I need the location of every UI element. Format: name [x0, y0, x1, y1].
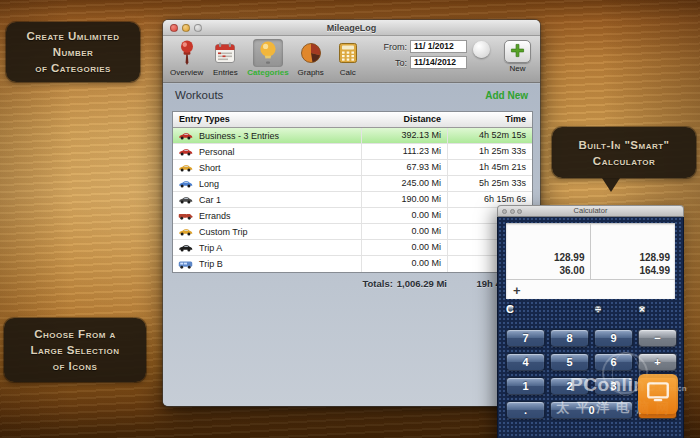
yellow-car-icon — [178, 227, 193, 236]
date-stepper-dial[interactable] — [473, 41, 490, 58]
calculator-body: 128.9936.00 128.99164.99 + C÷×789−456+12… — [497, 217, 684, 438]
calculator-keypad: C÷×789−456+123=.0 — [506, 305, 677, 419]
calc-button-equals[interactable]: = — [638, 377, 677, 419]
table-row[interactable]: Long245.00 Mi5h 25m 33s — [173, 176, 532, 192]
entry-type-cell: Personal — [173, 144, 361, 159]
callout-line: Number — [6, 44, 140, 60]
calc-button-9[interactable]: 9 — [594, 329, 633, 347]
to-date-field[interactable]: 11/14/2012 — [410, 56, 467, 69]
entry-distance: 0.00 Mi — [361, 224, 447, 239]
entry-type-label: Errands — [199, 211, 231, 221]
table-row[interactable]: Personal111.23 Mi1h 25m 33s — [173, 144, 532, 160]
yellow-car-icon — [178, 163, 193, 172]
window-content: Workouts Add New Entry Types Distance Ti… — [163, 84, 540, 406]
calc-button-6[interactable]: 6 — [594, 353, 633, 371]
entry-type-label: Short — [199, 163, 221, 173]
operator-indicator: + — [513, 283, 521, 298]
entry-type-cell: Trip A — [173, 240, 361, 255]
entry-type-cell: Short — [173, 160, 361, 175]
zoom-button[interactable] — [517, 209, 522, 214]
from-date-field[interactable]: 11/ 1/2012 — [410, 40, 467, 53]
toolbar-item-label: Overview — [170, 68, 203, 77]
calc-button-0[interactable]: 0 — [550, 401, 633, 419]
plus-icon — [510, 43, 525, 61]
calc-button-7[interactable]: 7 — [506, 329, 545, 347]
entry-type-label: Car 1 — [199, 195, 221, 205]
callout-line: Built-In "Smart" — [552, 137, 696, 153]
toolbar-item-overview[interactable]: Overview — [168, 38, 205, 78]
toolbar-item-label: Calc — [340, 68, 356, 77]
pushpin-icon — [172, 39, 202, 67]
entry-type-cell: Custom Trip — [173, 224, 361, 239]
callout-create-categories: Create Umlimited Number of Categories — [6, 22, 140, 82]
display-numbers: 128.9936.00 128.99164.99 — [506, 223, 675, 280]
toolbar-item-label: Entries — [213, 68, 238, 77]
new-button[interactable] — [504, 40, 531, 63]
calc-button-4[interactable]: 4 — [506, 353, 545, 371]
close-button[interactable] — [502, 209, 507, 214]
calc-button-clear[interactable]: C — [506, 305, 514, 313]
table-row[interactable]: Errands0.00 Mi — [173, 208, 532, 224]
table-row[interactable]: Trip A0.00 Mi — [173, 240, 532, 256]
new-entry: New — [504, 40, 531, 73]
callout-icon-selection: Choose From a Large Selection of Icons — [4, 318, 146, 382]
desktop: Create Umlimited Number of Categories Bu… — [0, 0, 700, 438]
entry-type-cell: Errands — [173, 208, 361, 223]
calc-button-8[interactable]: 8 — [550, 329, 589, 347]
calculator-display: 128.9936.00 128.99164.99 + — [506, 223, 675, 299]
column-header-distance[interactable]: Distance — [361, 112, 447, 127]
to-date-row: To: 11/14/2012 — [395, 56, 467, 69]
calculator-icon — [333, 39, 363, 67]
new-button-label: New — [504, 64, 531, 73]
callout-line: Create Umlimited — [6, 28, 140, 44]
mileagelog-window: MileageLog OverviewEntriesCategoriesGrap… — [163, 20, 540, 406]
toolbar-item-entries[interactable]: Entries — [208, 38, 242, 78]
column-header-entry-types[interactable]: Entry Types — [173, 112, 361, 127]
pie-chart-icon — [296, 39, 326, 67]
toolbar-item-graphs[interactable]: Graphs — [294, 38, 328, 78]
table-row[interactable]: Business - 3 Entries392.13 Mi4h 52m 15s — [173, 128, 532, 144]
entry-type-label: Personal — [199, 147, 235, 157]
entry-type-label: Trip A — [199, 243, 222, 253]
calc-button-add[interactable]: + — [638, 353, 677, 371]
table-row[interactable]: Trip B0.00 Mi — [173, 256, 532, 272]
entry-distance: 67.93 Mi — [361, 160, 447, 175]
entry-time: 1h 25m 33s — [447, 144, 532, 159]
red-car-icon — [178, 131, 193, 140]
table-body: Business - 3 Entries392.13 Mi4h 52m 15sP… — [173, 128, 532, 272]
entry-distance: 190.00 Mi — [361, 192, 447, 207]
column-header-time[interactable]: Time — [447, 112, 532, 127]
red-car-icon — [178, 147, 193, 156]
page-title: Workouts — [175, 89, 223, 101]
calc-button-decimal[interactable]: . — [506, 401, 545, 419]
entry-type-cell: Business - 3 Entries — [173, 128, 361, 143]
entry-distance: 245.00 Mi — [361, 176, 447, 191]
minimize-button[interactable] — [510, 209, 515, 214]
display-value: 36.00 — [559, 264, 584, 277]
calc-button-multiply[interactable]: × — [638, 305, 646, 313]
table-row[interactable]: Custom Trip0.00 Mi — [173, 224, 532, 240]
toolbar-right: From: 11/ 1/2012 To: 11/14/2012 New — [360, 36, 540, 83]
calc-button-subtract[interactable]: − — [638, 329, 677, 347]
callout-line: of Categories — [6, 60, 140, 76]
calculator-title: Calculator — [498, 206, 683, 216]
zoom-button[interactable] — [194, 24, 202, 32]
entry-time: 4h 52m 15s — [447, 128, 532, 143]
totals-row: Totals: 1,006.29 Mi 19h 43 — [172, 278, 533, 289]
calc-button-2[interactable]: 2 — [550, 377, 589, 395]
close-button[interactable] — [170, 24, 178, 32]
table-row[interactable]: Short67.93 Mi1h 45m 21s — [173, 160, 532, 176]
blue-car-icon — [178, 179, 193, 188]
calc-button-divide[interactable]: ÷ — [594, 305, 602, 313]
table-row[interactable]: Car 1190.00 Mi6h 15m 6s — [173, 192, 532, 208]
toolbar: OverviewEntriesCategoriesGraphsCalc From… — [163, 36, 540, 83]
from-date-row: From: 11/ 1/2012 — [384, 40, 468, 53]
minimize-button[interactable] — [182, 24, 190, 32]
window-controls — [170, 24, 202, 32]
calc-button-5[interactable]: 5 — [550, 353, 589, 371]
toolbar-item-categories[interactable]: Categories — [245, 38, 290, 78]
calc-button-1[interactable]: 1 — [506, 377, 545, 395]
add-new-link[interactable]: Add New — [485, 90, 528, 101]
display-value: 164.99 — [639, 264, 670, 277]
calc-button-3[interactable]: 3 — [594, 377, 633, 395]
